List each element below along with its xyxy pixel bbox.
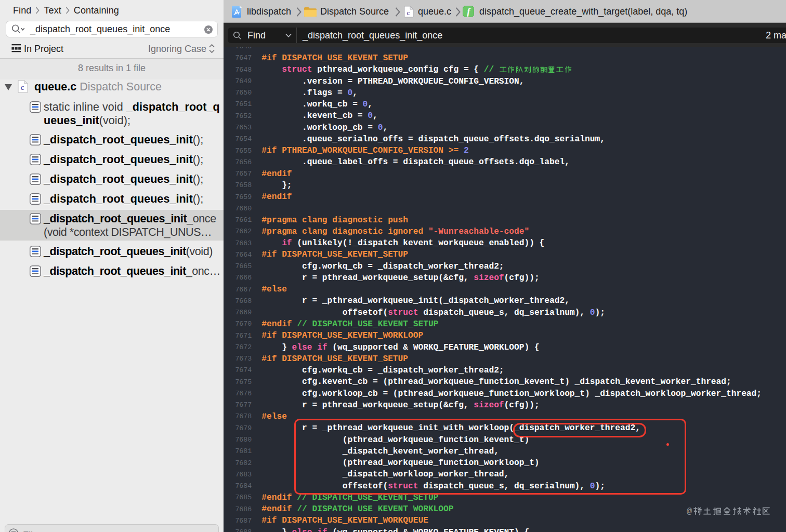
svg-text:c: c bbox=[407, 9, 410, 17]
svg-text:c: c bbox=[21, 83, 24, 91]
